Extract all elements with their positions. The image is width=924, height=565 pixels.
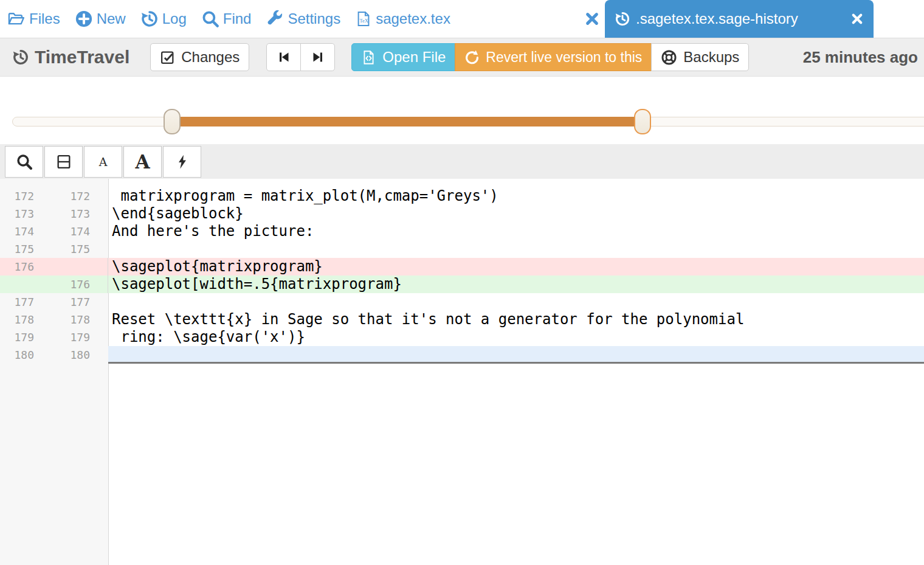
revert-label: Revert live version to this <box>486 49 642 66</box>
step-backward-icon <box>277 50 291 64</box>
settings-label: Settings <box>288 10 340 27</box>
line-number-gutter: 175 175 <box>0 240 108 258</box>
slider-handle-end[interactable] <box>634 109 651 134</box>
diff-row: 176 \sageplot{matrixprogram} <box>0 258 924 276</box>
close-icon[interactable] <box>584 11 600 27</box>
history-icon <box>12 49 29 66</box>
code-line[interactable]: \sageplot[width=.5{matrixprogram} <box>108 276 924 293</box>
file-tab-label: sagetex.tex <box>376 10 450 27</box>
log-label: Log <box>162 10 187 27</box>
revert-button[interactable]: Revert live version to this <box>455 43 652 71</box>
close-icon[interactable] <box>850 12 864 26</box>
diff-row: 173 173 \end{sageblock} <box>0 205 924 223</box>
code-line[interactable]: And here's the picture: <box>108 223 924 240</box>
line-number-new: 177 <box>34 293 90 311</box>
code-line[interactable] <box>108 346 924 364</box>
search-icon <box>201 10 219 28</box>
prev-version-button[interactable] <box>266 43 301 71</box>
changes-button[interactable]: Changes <box>150 43 249 71</box>
code-line[interactable]: \end{sageblock} <box>108 205 924 223</box>
open-file-button[interactable]: Open File <box>351 43 455 71</box>
version-range-slider[interactable] <box>12 109 924 134</box>
line-number-old: 178 <box>0 311 34 328</box>
diff-row: 179 179 ring: \sage{var('x')} <box>0 328 924 346</box>
version-timestamp: 25 minutes ago <box>803 48 918 67</box>
tex-file-icon <box>355 10 372 27</box>
decrease-font-button[interactable]: A <box>84 146 122 178</box>
new-button[interactable]: New <box>75 10 126 28</box>
backups-button[interactable]: Backups <box>651 43 749 71</box>
line-number-old <box>0 276 34 293</box>
editor-toolbar: A A <box>0 144 924 179</box>
line-number-old: 179 <box>0 328 34 346</box>
active-tab-label: .sagetex.tex.sage-history <box>636 10 798 27</box>
line-number-old: 175 <box>0 240 34 258</box>
slider-handle-start[interactable] <box>164 109 181 134</box>
timetravel-app: Files New Log Find Settings sagetex.tex … <box>0 0 924 565</box>
line-number-gutter: 174 174 <box>0 223 108 240</box>
version-slider-row <box>0 77 924 144</box>
line-number-new: 175 <box>34 240 90 258</box>
history-icon <box>140 10 159 28</box>
plus-circle-icon <box>75 10 93 28</box>
line-number-old: 173 <box>0 205 34 223</box>
slider-selected-range <box>172 117 643 127</box>
checkbox-checked-icon <box>160 50 175 65</box>
diff-row: 174 174 And here's the picture: <box>0 223 924 240</box>
version-nav-group <box>266 43 335 71</box>
increase-font-button[interactable]: A <box>123 146 162 178</box>
line-number-old: 177 <box>0 293 34 311</box>
line-number-gutter: 179 179 <box>0 328 108 346</box>
line-number-new: 173 <box>34 205 90 223</box>
timetravel-title-label: TimeTravel <box>35 47 129 68</box>
code-line[interactable] <box>108 240 924 258</box>
top-tab-bar: Files New Log Find Settings sagetex.tex … <box>0 0 924 38</box>
diff-row: 180 180 <box>0 346 924 364</box>
line-number-gutter: 176 <box>0 276 108 293</box>
diff-view: 172 172 matrixprogram = matrix_plot(M,cm… <box>0 179 924 565</box>
diff-row: 176 \sageplot[width=.5{matrixprogram} <box>0 276 924 293</box>
find-button[interactable]: Find <box>201 10 252 28</box>
code-line[interactable] <box>108 293 924 311</box>
files-button[interactable]: Files <box>6 10 60 27</box>
diff-row: 172 172 matrixprogram = matrix_plot(M,cm… <box>0 187 924 205</box>
tab-sage-history[interactable]: .sagetex.tex.sage-history <box>605 0 874 38</box>
code-line[interactable]: matrixprogram = matrix_plot(M,cmap='Grey… <box>108 187 924 205</box>
line-number-gutter: 173 173 <box>0 205 108 223</box>
line-number-gutter: 176 <box>0 258 108 276</box>
backups-label: Backups <box>683 49 739 66</box>
font-small-glyph: A <box>99 155 108 168</box>
diff-rows: 172 172 matrixprogram = matrix_plot(M,cm… <box>0 179 924 364</box>
line-number-old: 180 <box>0 346 34 364</box>
line-number-old: 174 <box>0 223 34 240</box>
split-view-button[interactable] <box>44 146 83 178</box>
line-number-new: 179 <box>34 328 90 346</box>
line-number-gutter: 180 180 <box>0 346 108 364</box>
code-line[interactable]: ring: \sage{var('x')} <box>108 328 924 346</box>
line-number-new: 180 <box>34 346 90 364</box>
search-icon <box>16 153 33 170</box>
file-tab-sagetex[interactable]: sagetex.tex <box>355 10 450 27</box>
line-number-new: 172 <box>34 187 90 205</box>
code-line[interactable]: Reset \texttt{x} in Sage so that it's no… <box>108 311 924 328</box>
split-row-icon <box>55 153 72 170</box>
file-code-icon <box>361 50 376 65</box>
life-ring-icon <box>661 49 677 66</box>
timetravel-title: TimeTravel <box>12 47 129 68</box>
bolt-button[interactable] <box>163 146 201 178</box>
find-label: Find <box>223 10 252 27</box>
diff-row: 178 178 Reset \texttt{x} in Sage so that… <box>0 311 924 328</box>
line-number-gutter: 172 172 <box>0 187 108 205</box>
search-button[interactable] <box>5 146 43 178</box>
code-line[interactable]: \sageplot{matrixprogram} <box>108 258 924 276</box>
next-version-button[interactable] <box>300 43 335 71</box>
folder-open-icon <box>6 10 26 27</box>
line-number-new: 176 <box>34 276 90 293</box>
line-number-gutter: 178 178 <box>0 311 108 328</box>
log-button[interactable]: Log <box>140 10 187 28</box>
line-number-gutter: 177 177 <box>0 293 108 311</box>
wrench-icon <box>266 10 284 28</box>
settings-button[interactable]: Settings <box>266 10 340 28</box>
open-file-label: Open File <box>382 49 446 66</box>
line-number-old: 172 <box>0 187 34 205</box>
